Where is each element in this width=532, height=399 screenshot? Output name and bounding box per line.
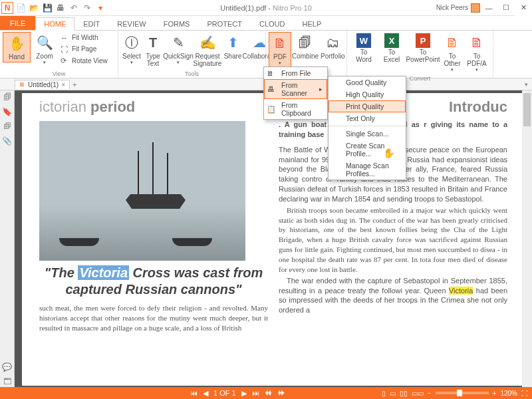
highlighted-text: Victoria xyxy=(449,287,473,295)
facing-icon[interactable]: ▯▯ xyxy=(400,390,408,397)
clipboard-icon: 📋 xyxy=(267,105,276,114)
menu-print-quality[interactable]: Print Quality xyxy=(329,100,406,112)
document-tab[interactable]: 🗎 Untitled(1) × xyxy=(15,80,70,89)
to-pdfa-button[interactable]: 🗎To PDF/A▾ xyxy=(464,32,489,74)
layers-panel-icon[interactable]: 🗊 xyxy=(2,121,13,132)
avatar-icon xyxy=(471,3,480,13)
facing-continuous-icon[interactable]: ▭▭ xyxy=(412,390,424,397)
save-icon[interactable]: 💾 xyxy=(41,2,53,14)
menu-from-scanner[interactable]: 🖶From Scanner▸ xyxy=(264,79,327,99)
new-icon[interactable]: 📄 xyxy=(15,2,27,14)
menu-create-profile[interactable]: Create Scan Profile... xyxy=(329,140,406,160)
request-signature-button[interactable]: ✍Request Signature xyxy=(193,32,222,68)
tabstrip-chevron-icon[interactable]: ▾ xyxy=(525,81,528,88)
user-label[interactable]: Nick Peers xyxy=(436,3,480,13)
forward-button[interactable]: ⯮ xyxy=(277,389,285,397)
zoom-slider[interactable] xyxy=(436,392,489,394)
menu-single-scan[interactable]: Single Scan... xyxy=(329,128,406,140)
to-excel-button[interactable]: XTo Excel xyxy=(378,32,406,65)
qat-more-icon[interactable]: ▾ xyxy=(94,2,106,14)
attachments-panel-icon[interactable]: 📎 xyxy=(2,136,13,146)
type-text-button[interactable]: TType Text xyxy=(142,32,164,68)
zoom-in-button[interactable]: + xyxy=(493,390,497,397)
to-word-button[interactable]: WTo Word xyxy=(350,32,378,65)
select-button[interactable]: ⒾSelect▾ xyxy=(121,32,142,66)
file-icon: 🗎 xyxy=(267,69,274,77)
fullscreen-icon[interactable]: ⛶ xyxy=(521,390,528,397)
quicksign-button[interactable]: ✎QuickSign▾ xyxy=(164,32,193,66)
document-viewport[interactable]: ictorian period "The Victoria Cross was … xyxy=(15,90,532,387)
open-icon[interactable]: 📂 xyxy=(28,2,40,14)
portfolio-button[interactable]: 🗂Portfolio xyxy=(319,32,346,61)
zoom-out-button[interactable]: − xyxy=(428,390,432,397)
navigation-sidebar: 🗐 🔖 🗊 📎 💬 🗔 xyxy=(0,90,15,387)
request-icon: ✍ xyxy=(198,33,217,52)
doc-tab-icon: 🗎 xyxy=(19,81,25,88)
rotate-view-button[interactable]: ⟳Rotate View xyxy=(59,56,110,66)
to-other-button[interactable]: 🗎To Other▾ xyxy=(440,32,464,74)
highlighted-text: Victoria xyxy=(78,265,129,280)
bookmarks-panel-icon[interactable]: 🔖 xyxy=(2,106,13,117)
fit-page-button[interactable]: ⛶Fit Page xyxy=(59,45,110,54)
group-label-view: View xyxy=(0,70,118,78)
tab-home[interactable]: HOME xyxy=(35,17,74,31)
group-label-tools: Tools xyxy=(118,70,265,78)
back-button[interactable]: ⯬ xyxy=(265,389,272,397)
menu-from-file[interactable]: 🗎From File xyxy=(264,67,327,79)
maximize-button[interactable]: ☐ xyxy=(497,0,515,16)
first-page-button[interactable]: ⏮ xyxy=(190,389,198,397)
menu-high-quality[interactable]: High Quality xyxy=(329,88,406,100)
tab-edit[interactable]: EDIT xyxy=(74,17,108,30)
tab-close-icon[interactable]: × xyxy=(61,81,65,88)
tab-cloud[interactable]: CLOUD xyxy=(251,17,294,30)
to-powerpoint-button[interactable]: PTo PowerPoint xyxy=(406,32,440,65)
new-tab-button[interactable]: + xyxy=(72,80,76,88)
tab-protect[interactable]: PROTECT xyxy=(198,17,251,30)
menu-good-quality[interactable]: Good Quality xyxy=(329,76,406,88)
menu-manage-profiles[interactable]: Manage Scan Profiles... xyxy=(329,160,406,180)
scanner-icon: 🖶 xyxy=(267,85,275,93)
fit-width-icon: ↔ xyxy=(61,34,70,42)
share-button[interactable]: ⬆Share xyxy=(222,32,243,61)
zoom-button[interactable]: 🔍Zoom▾ xyxy=(31,32,59,66)
tab-help[interactable]: HELP xyxy=(294,17,331,30)
minimize-button[interactable]: — xyxy=(480,0,497,16)
pages-panel-icon[interactable]: 🗐 xyxy=(2,92,13,102)
select-icon: Ⓘ xyxy=(122,33,141,52)
app-icon[interactable]: N xyxy=(1,2,13,14)
comments-panel-icon[interactable]: 💬 xyxy=(2,362,13,372)
prev-page-button[interactable]: ◀ xyxy=(203,389,208,398)
text-icon: T xyxy=(144,33,162,52)
menu-text-only[interactable]: Text Only xyxy=(329,112,406,124)
vertical-scrollbar[interactable] xyxy=(522,90,532,387)
zoom-level[interactable]: 120% xyxy=(500,390,517,397)
undo-icon[interactable]: ↶ xyxy=(68,2,80,14)
pdf-create-button[interactable]: 🗎PDF▾ xyxy=(269,32,291,68)
menu-from-clipboard[interactable]: 📋From Clipboard xyxy=(264,99,327,119)
pull-quote: "The Victoria Cross was cast from captur… xyxy=(39,265,268,298)
portfolio-icon: 🗂 xyxy=(323,33,342,52)
rotate-icon: ⟳ xyxy=(61,57,70,65)
last-page-button[interactable]: ⏭ xyxy=(252,389,259,397)
redo-icon[interactable]: ↷ xyxy=(81,2,93,14)
next-page-button[interactable]: ▶ xyxy=(241,389,247,398)
ribbon-tabs: FILE HOME EDIT REVIEW FORMS PROTECT CLOU… xyxy=(0,16,532,31)
tab-file[interactable]: FILE xyxy=(0,16,35,30)
single-page-icon[interactable]: ▯ xyxy=(382,390,386,397)
continuous-icon[interactable]: ▭ xyxy=(390,390,396,397)
page-indicator: 1 OF 1 xyxy=(213,389,236,397)
tab-forms[interactable]: FORMS xyxy=(155,17,199,30)
share-icon: ⬆ xyxy=(223,33,242,52)
hand-tool-button[interactable]: ✋Hand xyxy=(3,32,31,63)
page: ictorian period "The Victoria Cross was … xyxy=(22,93,525,386)
fit-width-button[interactable]: ↔Fit Width xyxy=(59,33,110,43)
close-button[interactable]: ✕ xyxy=(515,0,532,16)
tab-review[interactable]: REVIEW xyxy=(108,17,154,30)
body-text-r3: The war ended with the capture of Sebast… xyxy=(279,276,507,315)
output-panel-icon[interactable]: 🗔 xyxy=(2,376,13,387)
word-icon: W xyxy=(356,33,371,48)
combine-button[interactable]: 🗐Combine xyxy=(291,32,319,61)
signature-icon: ✎ xyxy=(169,33,188,52)
print-icon[interactable]: 🖶 xyxy=(55,2,66,14)
other-icon: 🗎 xyxy=(443,33,462,52)
